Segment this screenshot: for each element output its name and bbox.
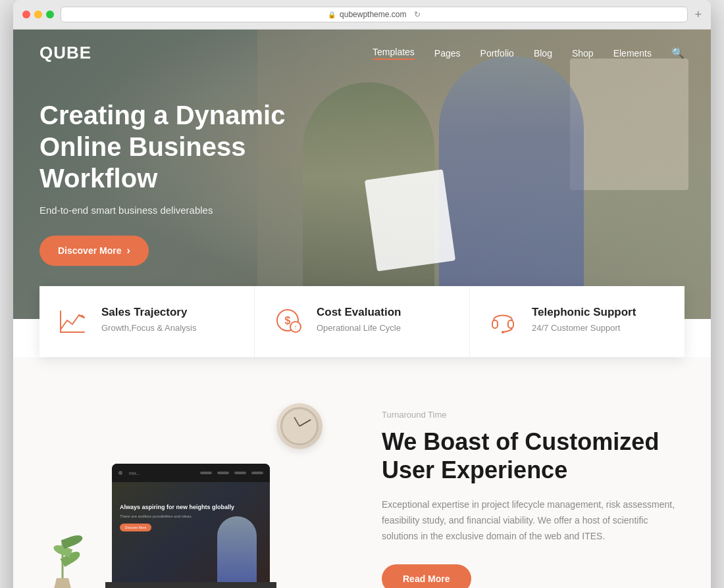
mockup-cta: Discover More — [120, 524, 151, 531]
hero-section: QUBE Templates Pages Portfolio Blog Shop… — [13, 30, 711, 319]
plant-decoration — [46, 528, 79, 588]
mockup-brand: mix... — [129, 471, 140, 476]
mockup-dot-1 — [118, 471, 122, 475]
mockup-content: Always aspiring for new heights globally… — [112, 482, 270, 582]
navbar: QUBE Templates Pages Portfolio Blog Shop… — [13, 30, 711, 76]
browser-window: 🔒 qubewptheme.com ↻ + QUBE Templates Pag — [13, 0, 711, 588]
url-text: qubewptheme.com — [340, 10, 406, 19]
feature-card-sales-text: Sales Trajectory Growth,Focus & Analysis — [101, 306, 197, 333]
cost-icon: $ ↑ — [273, 306, 305, 337]
minimize-button[interactable] — [34, 11, 42, 18]
hero-btn-label: Discover More — [58, 245, 121, 256]
chart-icon — [58, 306, 90, 337]
window-controls — [22, 11, 54, 18]
url-bar[interactable]: 🔒 qubewptheme.com ↻ — [61, 7, 688, 22]
nav-pages[interactable]: Pages — [434, 48, 461, 59]
nav-blog[interactable]: Blog — [534, 48, 552, 59]
close-button[interactable] — [22, 11, 30, 18]
hero-content: Creating a Dynamic Online Business Workf… — [39, 99, 316, 266]
hero-title: Creating a Dynamic Online Business Workf… — [39, 99, 316, 194]
screen-base — [105, 582, 276, 588]
refresh-icon[interactable]: ↻ — [414, 10, 421, 19]
plant-leaf-3 — [61, 533, 84, 549]
read-more-button[interactable]: Read More — [382, 564, 471, 588]
clock-minute-hand — [299, 419, 311, 427]
nav-templates[interactable]: Templates — [373, 47, 415, 60]
nav-elements[interactable]: Elements — [613, 48, 652, 59]
svg-rect-7 — [508, 320, 513, 328]
support-desc: 24/7 Customer Support — [532, 323, 636, 333]
mockup-nav-2 — [217, 472, 229, 474]
clock-face — [280, 407, 319, 445]
lower-section: mix... Always aspiring for new heights g… — [13, 357, 711, 588]
section-label: Turnaround Time — [382, 410, 685, 420]
brand-logo[interactable]: QUBE — [39, 43, 91, 63]
clock-decoration — [276, 403, 323, 449]
support-title: Telephonic Support — [532, 306, 636, 319]
screen-mockup-container: mix... Always aspiring for new heights g… — [105, 464, 276, 588]
feature-card-support-text: Telephonic Support 24/7 Customer Support — [532, 306, 636, 333]
mockup-person-silhouette — [217, 516, 257, 582]
lower-illustration: mix... Always aspiring for new heights g… — [39, 397, 342, 588]
mockup-nav — [200, 472, 263, 474]
screen-mockup: mix... Always aspiring for new heights g… — [112, 464, 270, 582]
plant-pot — [53, 578, 72, 588]
feature-card-cost: $ ↑ Cost Evaluation Operational Life Cyc… — [255, 286, 470, 357]
hero-btn-arrow: › — [126, 245, 130, 257]
person-right-silhouette — [439, 56, 584, 319]
svg-rect-6 — [492, 320, 498, 328]
papers-decoration — [365, 169, 455, 271]
browser-toolbar: 🔒 qubewptheme.com ↻ + — [13, 0, 711, 30]
nav-links: Templates Pages Portfolio Blog Shop Elem… — [373, 47, 685, 60]
discover-more-button[interactable]: Discover More › — [39, 235, 149, 266]
svg-text:$: $ — [285, 315, 291, 326]
background-shelf — [570, 59, 688, 190]
mockup-nav-1 — [200, 472, 212, 474]
headphone-icon — [488, 306, 520, 337]
lock-icon: 🔒 — [328, 11, 336, 18]
mockup-nav-4 — [251, 472, 263, 474]
section-title: We Boast of Customized User Experience — [382, 428, 685, 484]
new-tab-button[interactable]: + — [694, 9, 702, 20]
nav-shop[interactable]: Shop — [572, 48, 594, 59]
sales-title: Sales Trajectory — [101, 306, 197, 319]
maximize-button[interactable] — [46, 11, 54, 18]
mockup-header: mix... — [112, 464, 270, 482]
svg-point-8 — [502, 331, 504, 333]
sales-desc: Growth,Focus & Analysis — [101, 323, 197, 333]
feature-card-sales: Sales Trajectory Growth,Focus & Analysis — [39, 286, 255, 357]
cost-title: Cost Evaluation — [317, 306, 401, 319]
search-icon[interactable]: 🔍 — [671, 47, 685, 59]
lower-text-content: Turnaround Time We Boast of Customized U… — [382, 397, 685, 588]
cost-desc: Operational Life Cycle — [317, 323, 401, 333]
nav-portfolio[interactable]: Portfolio — [480, 48, 514, 59]
svg-text:↑: ↑ — [294, 324, 297, 331]
section-desc: Exceptional expertise in project lifecyc… — [382, 497, 685, 544]
feature-card-cost-text: Cost Evaluation Operational Life Cycle — [317, 306, 401, 333]
mockup-nav-3 — [234, 472, 246, 474]
page-content: QUBE Templates Pages Portfolio Blog Shop… — [13, 30, 711, 588]
feature-card-support: Telephonic Support 24/7 Customer Support — [470, 286, 685, 357]
feature-cards: Sales Trajectory Growth,Focus & Analysis… — [39, 286, 685, 357]
hero-subtitle: End-to-end smart business deliverables — [39, 205, 316, 216]
mockup-title: Always aspiring for new heights globally — [120, 503, 262, 512]
